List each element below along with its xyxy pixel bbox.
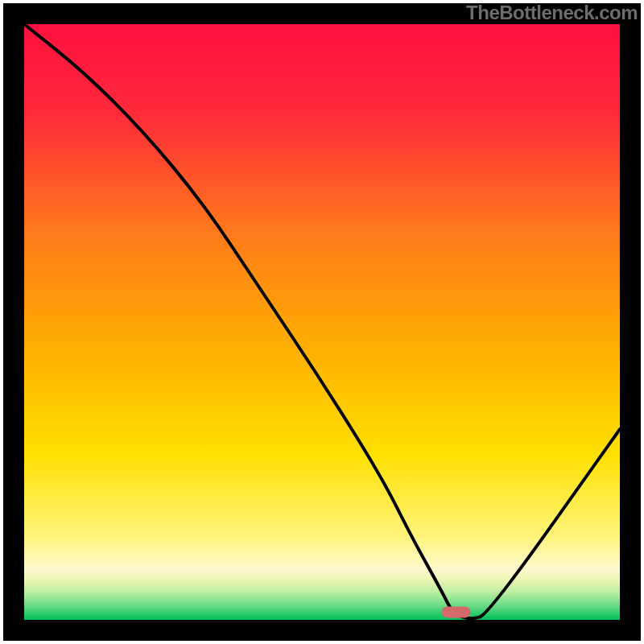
watermark-text: TheBottleneck.com — [466, 2, 638, 24]
optimal-marker — [442, 606, 471, 617]
plot-background — [24, 24, 620, 620]
